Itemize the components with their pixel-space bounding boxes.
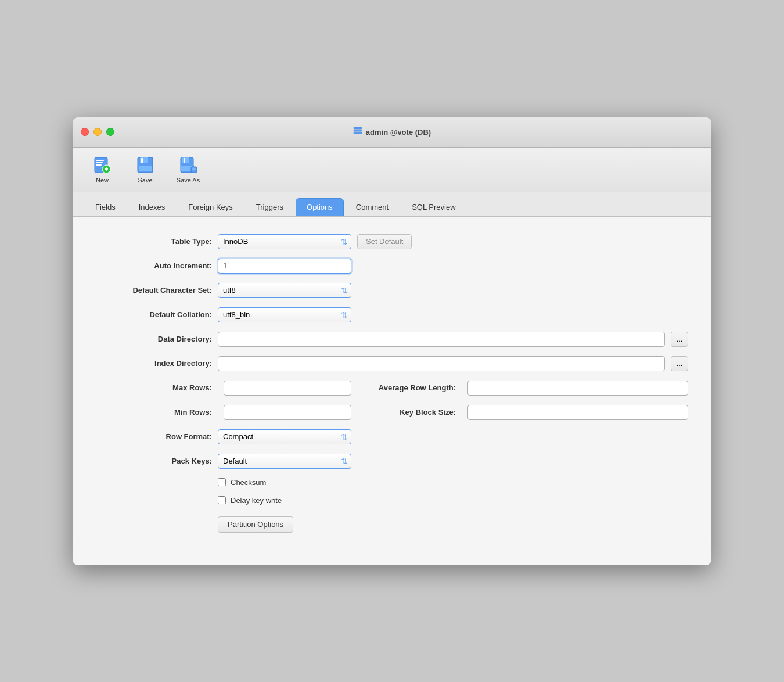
tabs-bar: Fields Indexes Foreign Keys Triggers Opt… — [73, 192, 711, 217]
tab-sql-preview[interactable]: SQL Preview — [401, 198, 466, 216]
svg-rect-9 — [106, 167, 107, 171]
svg-rect-6 — [96, 164, 102, 166]
data-directory-input[interactable] — [218, 332, 665, 347]
save-icon — [136, 156, 154, 174]
row-format-select-wrapper: Compact Dynamic Fixed Compressed Redunda… — [218, 429, 351, 444]
max-rows-input[interactable] — [224, 381, 351, 396]
charset-select[interactable]: utf8 latin1 utf8mb4 — [218, 283, 351, 298]
svg-rect-1 — [354, 130, 362, 131]
delay-key-write-row: Delay key write — [96, 496, 688, 505]
tab-foreign-keys[interactable]: Foreign Keys — [177, 198, 244, 216]
max-rows-label: Max Rows: — [96, 383, 212, 392]
tab-triggers[interactable]: Triggers — [245, 198, 294, 216]
collation-select-wrapper: utf8_bin utf8_general_ci utf8_unicode_ci… — [218, 307, 351, 322]
charset-row: Default Character Set: utf8 latin1 utf8m… — [96, 283, 688, 298]
svg-rect-5 — [96, 162, 103, 163]
saveas-button[interactable]: Save As — [168, 152, 208, 187]
svg-rect-0 — [354, 127, 362, 129]
checksum-checkbox[interactable] — [218, 478, 226, 486]
avg-row-length-input[interactable] — [467, 381, 688, 396]
saveas-icon — [179, 156, 197, 174]
pack-keys-select-wrapper: Default 0 1 ⇅ — [218, 454, 351, 469]
key-block-size-label: Key Block Size: — [363, 408, 456, 417]
row-format-label: Row Format: — [96, 432, 212, 441]
row-format-select[interactable]: Compact Dynamic Fixed Compressed Redunda… — [218, 429, 351, 444]
db-icon — [353, 127, 362, 138]
maximize-button[interactable] — [106, 128, 114, 136]
tab-fields[interactable]: Fields — [84, 198, 127, 216]
avg-row-length-label: Average Row Length: — [363, 383, 456, 392]
set-default-button[interactable]: Set Default — [357, 234, 412, 249]
charset-select-wrapper: utf8 latin1 utf8mb4 ⇅ — [218, 283, 351, 298]
table-type-select[interactable]: InnoDB MyISAM Memory — [218, 234, 351, 249]
table-type-select-wrapper: InnoDB MyISAM Memory ⇅ — [218, 234, 351, 249]
close-button[interactable] — [81, 128, 89, 136]
svg-rect-2 — [354, 132, 362, 134]
svg-rect-4 — [96, 160, 104, 161]
index-directory-label: Index Directory: — [96, 359, 212, 368]
collation-select[interactable]: utf8_bin utf8_general_ci utf8_unicode_ci — [218, 307, 351, 322]
svg-rect-13 — [139, 166, 152, 171]
pack-keys-select[interactable]: Default 0 1 — [218, 454, 351, 469]
delay-key-write-checkbox[interactable] — [218, 496, 226, 504]
content-area: Table Type: InnoDB MyISAM Memory ⇅ Set D… — [73, 217, 711, 565]
partition-options-row: Partition Options — [96, 514, 688, 533]
options-form: Table Type: InnoDB MyISAM Memory ⇅ Set D… — [96, 234, 688, 533]
min-rows-label: Min Rows: — [96, 408, 212, 417]
auto-increment-row: Auto Increment: — [96, 259, 688, 274]
window-controls — [81, 128, 114, 136]
save-label: Save — [138, 177, 152, 184]
save-button[interactable]: Save — [125, 152, 166, 187]
data-directory-label: Data Directory: — [96, 335, 212, 343]
new-label: New — [96, 177, 109, 184]
new-icon — [93, 156, 112, 174]
maxrows-avgrow-row: Max Rows: Average Row Length: — [96, 381, 688, 396]
table-type-row: Table Type: InnoDB MyISAM Memory ⇅ Set D… — [96, 234, 688, 249]
checksum-label: Checksum — [231, 478, 266, 487]
collation-label: Default Collation: — [96, 310, 212, 319]
index-directory-input[interactable] — [218, 356, 665, 371]
min-rows-input[interactable] — [224, 405, 351, 420]
saveas-label: Save As — [177, 177, 200, 184]
auto-increment-input[interactable] — [218, 259, 351, 274]
minrows-keyblock-row: Min Rows: Key Block Size: — [96, 405, 688, 420]
svg-rect-17 — [181, 166, 192, 171]
titlebar: admin @vote (DB) — [73, 117, 711, 148]
row-format-row: Row Format: Compact Dynamic Fixed Compre… — [96, 429, 688, 444]
tab-indexes[interactable]: Indexes — [128, 198, 177, 216]
pack-keys-label: Pack Keys: — [96, 457, 212, 465]
svg-rect-15 — [182, 157, 189, 163]
svg-rect-20 — [193, 167, 194, 171]
pack-keys-row: Pack Keys: Default 0 1 ⇅ — [96, 454, 688, 469]
svg-rect-16 — [184, 158, 185, 163]
tab-options[interactable]: Options — [296, 198, 344, 216]
main-window: admin @vote (DB) New — [73, 117, 711, 565]
svg-rect-12 — [141, 158, 143, 163]
tab-comment[interactable]: Comment — [345, 198, 400, 216]
index-directory-row: Index Directory: ... — [96, 356, 688, 371]
data-directory-browse-button[interactable]: ... — [671, 332, 688, 347]
minimize-button[interactable] — [93, 128, 102, 136]
delay-key-write-label: Delay key write — [231, 496, 282, 505]
new-button[interactable]: New — [82, 152, 123, 187]
titlebar-title: admin @vote (DB) — [353, 127, 431, 138]
table-type-label: Table Type: — [96, 237, 212, 246]
charset-label: Default Character Set: — [96, 286, 212, 295]
partition-options-button[interactable]: Partition Options — [218, 516, 293, 533]
toolbar: New Save — [73, 148, 711, 192]
index-directory-browse-button[interactable]: ... — [671, 356, 688, 371]
data-directory-row: Data Directory: ... — [96, 332, 688, 347]
auto-increment-label: Auto Increment: — [96, 261, 212, 270]
key-block-size-input[interactable] — [467, 405, 688, 420]
collation-row: Default Collation: utf8_bin utf8_general… — [96, 307, 688, 322]
window-title: admin @vote (DB) — [366, 128, 431, 137]
checksum-row: Checksum — [96, 478, 688, 487]
